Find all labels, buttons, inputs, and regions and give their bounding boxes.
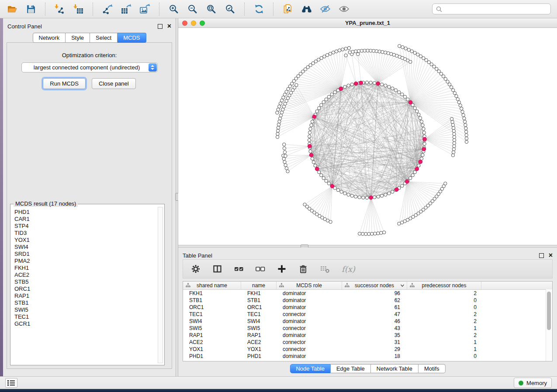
optimization-criterion-select[interactable]: largest connected component (undirected) bbox=[21, 62, 158, 72]
table-row[interactable]: TEC1TEC1connector472 bbox=[183, 311, 552, 318]
save-session-icon[interactable] bbox=[25, 3, 37, 15]
tab-network[interactable]: Network bbox=[32, 33, 66, 43]
show-column-panel-icon[interactable] bbox=[212, 264, 222, 274]
table-settings-gear-icon[interactable] bbox=[191, 264, 201, 274]
mcds-result-item[interactable]: ACE2 bbox=[12, 272, 157, 279]
cell: connector bbox=[277, 325, 342, 331]
mcds-result-item[interactable]: FKH1 bbox=[12, 265, 157, 272]
tab-edge-table[interactable]: Edge Table bbox=[331, 364, 371, 373]
memory-button[interactable]: Memory bbox=[514, 378, 552, 388]
column-header-shared-name[interactable]: shared name bbox=[183, 282, 241, 289]
column-header-predecessor-nodes[interactable]: predecessor nodes bbox=[407, 282, 481, 289]
cell: 18 bbox=[342, 353, 407, 359]
deselect-all-columns-icon[interactable] bbox=[256, 264, 265, 274]
delete-column-trash-icon[interactable] bbox=[298, 264, 308, 274]
cell: dominator bbox=[277, 332, 342, 338]
table-row[interactable]: STB1STB1dominator620 bbox=[183, 297, 552, 304]
mcds-result-item[interactable]: RAP1 bbox=[12, 292, 157, 299]
float-panel-icon[interactable] bbox=[539, 253, 544, 258]
import-table-icon[interactable] bbox=[73, 3, 84, 15]
table-row[interactable]: RAP1RAP1dominator352 bbox=[183, 332, 552, 339]
scrollbar-thumb[interactable] bbox=[547, 292, 551, 330]
tab-node-table[interactable]: Node Table bbox=[290, 364, 331, 373]
cell: 1 bbox=[407, 346, 481, 352]
result-list-scrollbar[interactable] bbox=[158, 207, 163, 363]
run-mcds-button[interactable]: Run MCDS bbox=[43, 78, 86, 89]
table-row[interactable]: ORC1ORC1dominator610 bbox=[183, 304, 552, 311]
zoom-out-icon[interactable] bbox=[187, 3, 198, 15]
mcds-result-item[interactable]: SRD1 bbox=[12, 251, 157, 258]
cell: 1 bbox=[407, 325, 481, 331]
mcds-result-item[interactable]: STB5 bbox=[12, 279, 157, 285]
zoom-in-icon[interactable] bbox=[168, 3, 180, 15]
toolbar-search[interactable] bbox=[432, 3, 551, 14]
mcds-result-item[interactable]: GCR1 bbox=[12, 320, 157, 327]
eye-slash-icon[interactable] bbox=[319, 3, 331, 15]
window-minimize-icon[interactable] bbox=[191, 21, 196, 26]
zoom-fit-icon[interactable] bbox=[205, 3, 217, 15]
tab-motifs[interactable]: Motifs bbox=[419, 364, 446, 373]
refresh-icon[interactable] bbox=[253, 3, 265, 15]
network-canvas[interactable] bbox=[178, 28, 557, 245]
mcds-result-item[interactable]: PMA2 bbox=[12, 258, 157, 265]
export-table-icon[interactable] bbox=[120, 3, 132, 15]
open-file-icon[interactable] bbox=[6, 3, 18, 15]
window-close-icon[interactable] bbox=[182, 21, 187, 26]
table-row[interactable]: YOX1YOX1connector291 bbox=[183, 346, 552, 353]
tab-mcds[interactable]: MCDS bbox=[118, 33, 146, 43]
table-row[interactable]: FKH1FKH1dominator962 bbox=[183, 290, 552, 297]
cell: SWI4 bbox=[183, 318, 241, 324]
table-row[interactable]: PHD1PHD1dominator180 bbox=[183, 353, 552, 360]
cell: RAP1 bbox=[183, 332, 241, 338]
cell: 61 bbox=[342, 304, 407, 310]
table-row[interactable]: SWI4SWI4dominator462 bbox=[183, 318, 552, 325]
toolbar-separator bbox=[159, 3, 159, 16]
cell: 2 bbox=[407, 318, 481, 324]
cell: SWI5 bbox=[183, 325, 241, 331]
mcds-result-list[interactable]: PHD1CAR1STP4TID3YOX1SWI4SRD1PMA2FKH1ACE2… bbox=[12, 209, 157, 363]
close-panel-button[interactable]: Close panel bbox=[92, 78, 136, 89]
cell: STB1 bbox=[183, 297, 241, 303]
select-all-columns-icon[interactable] bbox=[234, 264, 244, 274]
cell: connector bbox=[277, 311, 342, 317]
import-network-icon[interactable] bbox=[54, 3, 66, 15]
mcds-result-item[interactable]: YOX1 bbox=[12, 237, 157, 244]
mcds-result-item[interactable]: SWI4 bbox=[12, 244, 157, 251]
cell: 0 bbox=[407, 297, 481, 303]
tab-network-table[interactable]: Network Table bbox=[371, 364, 419, 373]
column-header-MCDS-role[interactable]: MCDS role bbox=[277, 282, 342, 289]
create-column-plus-icon[interactable] bbox=[277, 264, 287, 274]
eye-icon[interactable] bbox=[338, 3, 350, 15]
binoculars-icon[interactable] bbox=[301, 3, 312, 15]
network-window: YPA_prune.txt_1 bbox=[178, 18, 557, 245]
export-network-icon[interactable] bbox=[101, 3, 113, 15]
table-row[interactable]: ACE2ACE2connector311 bbox=[183, 339, 552, 346]
float-panel-icon[interactable] bbox=[158, 24, 163, 29]
table-scrollbar[interactable] bbox=[546, 289, 552, 361]
tab-select[interactable]: Select bbox=[90, 33, 118, 43]
mcds-result-item[interactable]: ORC1 bbox=[12, 285, 157, 292]
mcds-result-item[interactable]: STP4 bbox=[12, 223, 157, 230]
control-panel-tabs: NetworkStyleSelectMCDS bbox=[32, 33, 146, 43]
task-history-button[interactable] bbox=[5, 378, 17, 388]
mcds-result-item[interactable]: TEC1 bbox=[12, 313, 157, 320]
close-panel-icon[interactable]: × bbox=[549, 253, 553, 258]
tab-style[interactable]: Style bbox=[66, 33, 90, 43]
cell: FKH1 bbox=[241, 290, 277, 296]
column-header-successor-nodes[interactable]: successor nodes bbox=[342, 282, 407, 289]
search-input[interactable] bbox=[445, 5, 547, 13]
table-row[interactable]: SWI5SWI5connector431 bbox=[183, 325, 552, 332]
window-zoom-icon[interactable] bbox=[200, 21, 205, 26]
mcds-result-item[interactable]: STB1 bbox=[12, 299, 157, 306]
close-panel-icon[interactable]: × bbox=[167, 24, 171, 29]
export-image-icon[interactable] bbox=[139, 3, 151, 15]
cell: 31 bbox=[342, 339, 407, 345]
column-header-name[interactable]: name bbox=[241, 282, 277, 289]
mcds-result-item[interactable]: TID3 bbox=[12, 230, 157, 237]
mcds-result-item[interactable]: SWI5 bbox=[12, 306, 157, 313]
mcds-result-item[interactable]: CAR1 bbox=[12, 216, 157, 223]
zoom-selected-icon[interactable] bbox=[224, 3, 236, 15]
mcds-result-item[interactable]: PHD1 bbox=[12, 209, 157, 216]
memory-status-dot bbox=[519, 381, 523, 385]
clone-network-icon[interactable] bbox=[282, 3, 294, 15]
